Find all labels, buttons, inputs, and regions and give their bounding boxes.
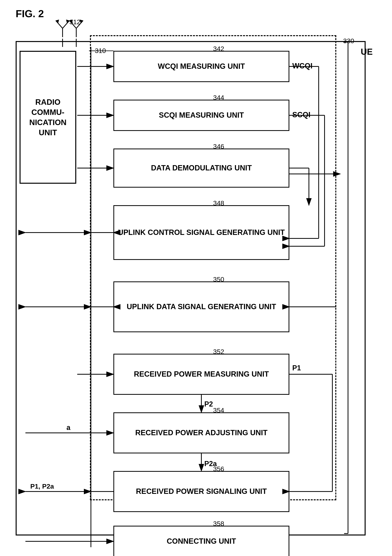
figure-label: FIG. 2	[16, 8, 44, 20]
data-demodulating-unit-box: DATA DEMODULATING UNIT	[113, 148, 289, 188]
svg-line-1	[56, 21, 63, 28]
uplink-control-signal-box: UPLINK CONTROL SIGNAL GENERATING UNIT	[113, 205, 289, 260]
received-power-signaling-box: RECEIVED POWER SIGNALING UNIT	[113, 471, 289, 512]
ref-344: 344	[213, 94, 224, 101]
ref-342: 342	[213, 45, 224, 53]
radio-comm-label: RADIO COMMU- NICATION UNIT	[29, 97, 66, 138]
ref-354: 354	[213, 407, 224, 414]
ref-356: 356	[213, 465, 224, 473]
ref-358: 358	[213, 520, 224, 527]
received-power-adjusting-box: RECEIVED POWER ADJUSTING UNIT	[113, 412, 289, 453]
ue-label: UE	[361, 47, 373, 57]
received-power-measuring-box: RECEIVED POWER MEASURING UNIT	[113, 354, 289, 395]
connecting-unit-box: CONNECTING UNIT	[113, 526, 289, 556]
antenna-ref-label: 312	[69, 18, 80, 26]
wcqi-measuring-unit-box: WCQI MEASURING UNIT	[113, 51, 289, 82]
ref-330: 330	[343, 37, 354, 45]
radio-comm-unit-box: RADIO COMMU- NICATION UNIT	[20, 51, 76, 184]
ref-350: 350	[213, 276, 224, 283]
scqi-measuring-unit-box: SCQI MEASURING UNIT	[113, 100, 289, 131]
ref-348: 348	[213, 199, 224, 207]
uplink-data-signal-box: UPLINK DATA SIGNAL GENERATING UNIT	[113, 281, 289, 332]
antenna-1-icon	[55, 19, 71, 38]
ref-346: 346	[213, 143, 224, 150]
ref-352: 352	[213, 348, 224, 355]
